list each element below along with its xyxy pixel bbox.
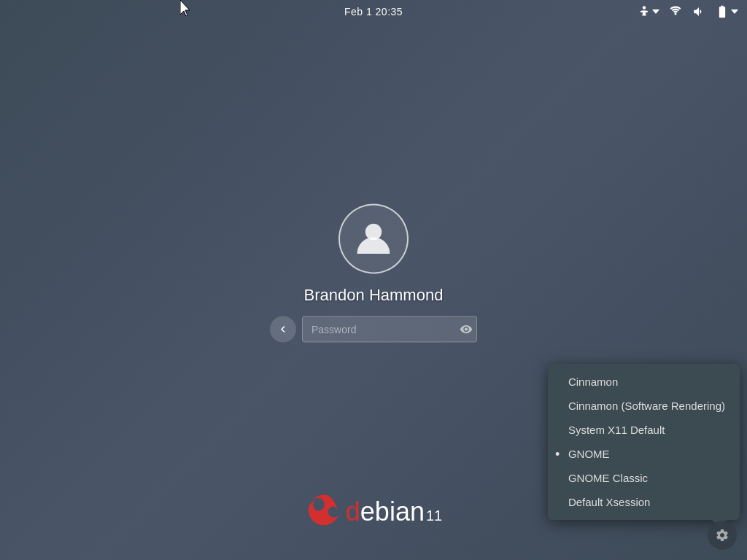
password-input[interactable]	[302, 316, 477, 343]
gear-icon	[715, 528, 729, 542]
password-visibility-toggle[interactable]	[460, 323, 473, 336]
avatar	[338, 204, 409, 274]
accessibility-chevron-icon	[652, 9, 659, 14]
debian-text-group: d ebian 11	[346, 497, 442, 527]
accessibility-icon	[638, 5, 651, 18]
chevron-left-icon	[276, 323, 290, 336]
password-input-wrapper	[302, 316, 477, 343]
settings-button[interactable]	[708, 521, 737, 550]
debian-brand-rest: ebian	[360, 497, 425, 527]
session-item-cinnamon-software[interactable]: Cinnamon (Software Rendering)	[548, 394, 740, 418]
password-row	[270, 316, 477, 343]
debian-logo: .ds{fill:#d32f2f;} d ebian 11	[305, 493, 442, 531]
session-item-system-x11[interactable]: System X11 Default	[548, 418, 740, 442]
username-label: Brandon Hammond	[304, 286, 444, 305]
debian-swirl-icon: .ds{fill:#d32f2f;}	[305, 493, 343, 531]
battery-icon	[715, 4, 729, 19]
user-avatar-icon	[353, 217, 394, 261]
back-button[interactable]	[270, 316, 296, 343]
battery-chevron-icon	[731, 9, 738, 14]
session-menu: Cinnamon Cinnamon (Software Rendering) S…	[548, 364, 740, 520]
svg-point-0	[643, 6, 646, 9]
debian-brand-d: d	[346, 497, 360, 527]
volume-icon	[692, 5, 705, 18]
session-item-default-xsession[interactable]: Default Xsession	[548, 490, 740, 514]
battery-button[interactable]	[712, 3, 741, 20]
debian-version: 11	[426, 508, 442, 524]
session-item-gnome[interactable]: GNOME	[548, 442, 740, 466]
eye-icon	[460, 323, 473, 336]
topbar: Feb 1 20:35	[0, 0, 747, 23]
network-button[interactable]	[665, 1, 686, 22]
session-item-gnome-classic[interactable]: GNOME Classic	[548, 466, 740, 490]
datetime-display: Feb 1 20:35	[344, 6, 403, 18]
accessibility-button[interactable]	[635, 4, 662, 20]
login-container: Brandon Hammond	[270, 204, 477, 343]
topbar-right-icons	[635, 0, 741, 23]
volume-button[interactable]	[689, 1, 709, 22]
network-icon	[669, 5, 682, 18]
session-item-cinnamon[interactable]: Cinnamon	[548, 370, 740, 394]
